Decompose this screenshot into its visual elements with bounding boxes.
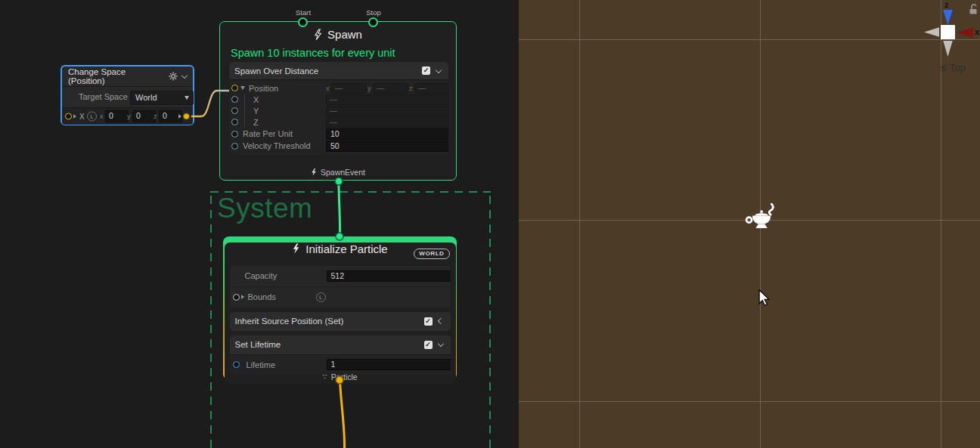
x-label: X: [253, 95, 259, 104]
initialize-particle-node[interactable]: Initialize Particle WORLD Capacity 512 B…: [223, 236, 457, 380]
space-badge[interactable]: WORLD: [414, 249, 449, 259]
position-row: Position x — y — z —: [229, 82, 448, 94]
gizmo-center-cube[interactable]: [941, 25, 955, 39]
wire-spawn-to-initialize[interactable]: [339, 182, 340, 236]
spawn-node-header: Spawn: [220, 28, 456, 41]
position-x-field[interactable]: —: [331, 83, 367, 94]
grid-line: [519, 401, 980, 402]
chevron-down-icon[interactable]: [436, 66, 442, 73]
rate-per-unit-field[interactable]: 10: [326, 128, 448, 140]
rate-per-unit-label: Rate Per Unit: [243, 129, 293, 138]
start-port-label: Start: [288, 8, 318, 17]
spawn-event-flow-port[interactable]: [335, 178, 343, 185]
spawn-over-distance-block[interactable]: Spawn Over Distance Position x — y — z: [229, 62, 448, 155]
change-space-input-port[interactable]: [65, 113, 72, 120]
change-space-node[interactable]: Change Space (Position) Target Space Wor…: [60, 65, 194, 125]
output-arrow-icon: [178, 114, 181, 119]
rate-per-unit-port[interactable]: [231, 131, 238, 137]
expander-arrow-icon[interactable]: [241, 295, 244, 299]
x-row: X —: [229, 94, 448, 105]
block-enabled-checkbox[interactable]: [422, 66, 430, 75]
spawn-event-label: SpawnEvent: [321, 168, 365, 177]
z-port[interactable]: [231, 119, 238, 125]
initialize-settings-block: Capacity 512 Bounds L: [230, 266, 451, 307]
stop-flow-port[interactable]: [368, 17, 378, 27]
bounds-row: Bounds L: [230, 286, 451, 307]
axis-negative-x-cone[interactable]: [924, 27, 939, 37]
view-orientation-button[interactable]: ≤ Top: [941, 61, 966, 73]
iso-toggle-icon[interactable]: ≤: [941, 61, 947, 73]
chevron-down-icon[interactable]: [437, 341, 443, 347]
x-value-field[interactable]: 0: [105, 110, 129, 122]
mouse-cursor: [758, 289, 770, 306]
position-y-field[interactable]: —: [373, 83, 408, 94]
spawn-context-node[interactable]: Start Stop Spawn Spawn 10 instances for …: [219, 21, 457, 181]
y-row: Y —: [229, 105, 448, 116]
graph-canvas[interactable]: System Start Stop Spawn Spawn 10 instanc…: [0, 0, 519, 448]
velocity-threshold-field[interactable]: 50: [326, 141, 448, 152]
lightning-icon: [292, 243, 300, 255]
gear-icon[interactable]: [169, 72, 178, 81]
y-field[interactable]: —: [326, 106, 448, 116]
block-title: Spawn Over Distance: [234, 66, 417, 76]
lifetime-field[interactable]: 1: [327, 359, 451, 370]
stop-port-label: Stop: [358, 8, 389, 17]
axis-x-label[interactable]: x: [975, 27, 979, 36]
axis-z-label[interactable]: z: [944, 0, 949, 9]
x-axis-label: x: [100, 113, 104, 120]
target-space-label: Target Space: [79, 92, 128, 101]
lightning-icon: [311, 168, 317, 177]
local-space-icon[interactable]: L: [316, 292, 326, 302]
axis-negative-z-cone[interactable]: [943, 41, 953, 57]
position-label: Position: [249, 84, 278, 93]
view-orientation-label: Top: [950, 62, 966, 73]
block-title: Set Lifetime: [235, 340, 420, 349]
input-x-label: X: [79, 113, 85, 121]
capacity-field[interactable]: 512: [327, 270, 451, 282]
chevron-down-icon[interactable]: [181, 73, 188, 79]
velocity-threshold-port[interactable]: [231, 143, 238, 150]
local-space-icon[interactable]: L: [87, 112, 97, 122]
capacity-row: Capacity 512: [230, 266, 451, 286]
axis-z-cone[interactable]: [943, 10, 953, 25]
inherit-source-position-block[interactable]: Inherit Source Position (Set): [230, 312, 451, 331]
x-port[interactable]: [231, 96, 238, 103]
change-space-title: Change Space (Position): [68, 67, 164, 85]
lifetime-port[interactable]: [233, 361, 240, 368]
block-enabled-checkbox[interactable]: [424, 341, 433, 349]
grid-line: [519, 39, 980, 40]
y-axis-label: y: [368, 84, 371, 92]
velocity-threshold-row: Velocity Threshold 50: [229, 140, 448, 152]
particle-icon: ∵: [322, 372, 327, 381]
start-flow-port[interactable]: [298, 17, 308, 27]
velocity-threshold-label: Velocity Threshold: [243, 141, 311, 150]
target-space-dropdown[interactable]: World: [130, 91, 194, 105]
chevron-left-icon[interactable]: [437, 318, 443, 324]
z-label: Z: [253, 118, 259, 127]
position-z-field[interactable]: —: [414, 83, 448, 94]
expander-arrow-icon[interactable]: [73, 114, 76, 119]
set-lifetime-block[interactable]: Set Lifetime Lifetime 1: [230, 335, 451, 375]
position-port[interactable]: [231, 85, 238, 91]
z-row: Z —: [229, 116, 448, 128]
axis-x-cone[interactable]: [957, 27, 973, 38]
x-field[interactable]: —: [326, 94, 448, 105]
y-value-field[interactable]: 0: [132, 110, 156, 122]
block-enabled-checkbox[interactable]: [424, 317, 433, 326]
expander-arrow-icon[interactable]: [240, 86, 245, 90]
visual-effect-gizmo-icon[interactable]: [744, 202, 777, 236]
y-port[interactable]: [231, 107, 238, 114]
initialize-input-flow-port[interactable]: [336, 233, 343, 240]
initialize-output-flow-port[interactable]: [336, 376, 343, 384]
dropdown-caret-icon: [185, 96, 189, 100]
lock-icon[interactable]: [968, 3, 978, 15]
bounds-port[interactable]: [233, 294, 240, 301]
change-space-output-port[interactable]: [183, 113, 190, 120]
scene-view[interactable]: z x ≤ Top: [519, 0, 980, 448]
grid-line: [579, 0, 580, 448]
z-field[interactable]: —: [326, 117, 448, 128]
target-space-value: World: [135, 93, 157, 102]
z-axis-label: z: [409, 84, 413, 92]
block-title: Inherit Source Position (Set): [235, 317, 420, 326]
bounds-label: Bounds: [248, 292, 276, 301]
